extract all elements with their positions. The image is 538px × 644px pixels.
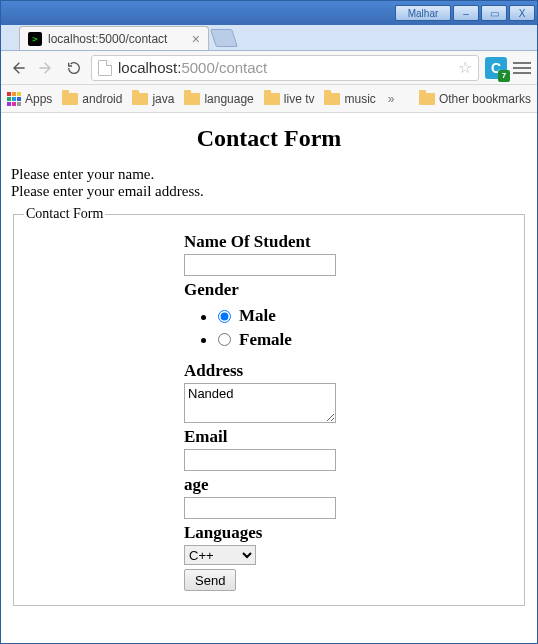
tab-close-button[interactable]: × <box>192 32 200 46</box>
window-maximize-button[interactable]: ▭ <box>481 5 507 21</box>
bookmark-label: android <box>82 92 122 106</box>
email-label: Email <box>184 427 514 447</box>
bookmark-folder-music[interactable]: music <box>324 92 375 106</box>
address-input[interactable]: Nanded <box>184 383 336 423</box>
languages-label: Languages <box>184 523 514 543</box>
address-label: Address <box>184 361 514 381</box>
apps-icon <box>7 92 21 106</box>
titlebar-buttons: Malhar – ▭ X <box>395 5 535 21</box>
bookmark-label: Other bookmarks <box>439 92 531 106</box>
window-minimize-button[interactable]: – <box>453 5 479 21</box>
gender-label: Gender <box>184 280 514 300</box>
page-content: Contact Form Please enter your name. Ple… <box>1 113 537 616</box>
browser-window: Malhar – ▭ X localhost:5000/contact × lo… <box>0 0 538 644</box>
reload-button[interactable] <box>63 57 85 79</box>
tab-strip: localhost:5000/contact × <box>1 25 537 51</box>
bookmarks-bar: Apps android java language live tv music… <box>1 85 537 113</box>
folder-icon <box>324 93 340 105</box>
bookmark-star-icon[interactable]: ☆ <box>458 58 472 77</box>
extension-badge: 7 <box>498 70 510 82</box>
bookmark-label: music <box>344 92 375 106</box>
gender-male-radio[interactable] <box>218 310 231 323</box>
bookmark-label: language <box>204 92 253 106</box>
arrow-left-icon <box>10 60 26 76</box>
url-text: localhost:5000/contact <box>118 59 267 76</box>
arrow-right-icon <box>38 60 54 76</box>
window-titlebar: Malhar – ▭ X <box>1 1 537 25</box>
gender-female-radio[interactable] <box>218 333 231 346</box>
tab-title: localhost:5000/contact <box>48 32 167 46</box>
age-label: age <box>184 475 514 495</box>
apps-button[interactable]: Apps <box>7 92 52 106</box>
folder-icon <box>184 93 200 105</box>
error-message: Please enter your email address. <box>11 183 527 200</box>
bookmark-label: java <box>152 92 174 106</box>
hamburger-menu-button[interactable] <box>513 59 531 77</box>
folder-icon <box>132 93 148 105</box>
age-input[interactable] <box>184 497 336 519</box>
contact-form-fieldset: Contact Form Name Of Student Gender Male <box>13 206 525 606</box>
folder-icon <box>419 93 435 105</box>
browser-toolbar: localhost:5000/contact ☆ C 7 <box>1 51 537 85</box>
email-input[interactable] <box>184 449 336 471</box>
user-profile-button[interactable]: Malhar <box>395 5 451 21</box>
name-input[interactable] <box>184 254 336 276</box>
bookmark-label: live tv <box>284 92 315 106</box>
folder-icon <box>264 93 280 105</box>
languages-select[interactable]: C++ <box>184 545 256 565</box>
bookmark-folder-livetv[interactable]: live tv <box>264 92 315 106</box>
apps-label: Apps <box>25 92 52 106</box>
name-label: Name Of Student <box>184 232 514 252</box>
bookmark-folder-android[interactable]: android <box>62 92 122 106</box>
gender-male-option[interactable]: Male <box>218 306 276 326</box>
gender-female-label: Female <box>239 330 292 350</box>
terminal-icon <box>28 32 42 46</box>
browser-tab[interactable]: localhost:5000/contact × <box>19 26 209 50</box>
address-bar[interactable]: localhost:5000/contact ☆ <box>91 55 479 81</box>
folder-icon <box>62 93 78 105</box>
extension-button[interactable]: C 7 <box>485 57 507 79</box>
reload-icon <box>66 60 82 76</box>
window-close-button[interactable]: X <box>509 5 535 21</box>
forward-button[interactable] <box>35 57 57 79</box>
error-message: Please enter your name. <box>11 166 527 183</box>
send-button[interactable]: Send <box>184 569 236 591</box>
list-item: Female <box>218 330 514 352</box>
list-item: Male <box>218 306 514 328</box>
page-icon <box>98 60 112 76</box>
url-host: localhost: <box>118 59 181 76</box>
bookmarks-overflow-button[interactable]: » <box>386 92 397 106</box>
new-tab-button[interactable] <box>210 29 238 47</box>
fieldset-legend: Contact Form <box>24 206 105 222</box>
back-button[interactable] <box>7 57 29 79</box>
url-path: 5000/contact <box>181 59 267 76</box>
gender-female-option[interactable]: Female <box>218 330 292 350</box>
form-body: Name Of Student Gender Male Female <box>184 232 514 591</box>
other-bookmarks-button[interactable]: Other bookmarks <box>419 92 531 106</box>
bookmark-folder-java[interactable]: java <box>132 92 174 106</box>
bookmark-folder-language[interactable]: language <box>184 92 253 106</box>
gender-male-label: Male <box>239 306 276 326</box>
page-title: Contact Form <box>11 125 527 152</box>
gender-options: Male Female <box>184 306 514 351</box>
